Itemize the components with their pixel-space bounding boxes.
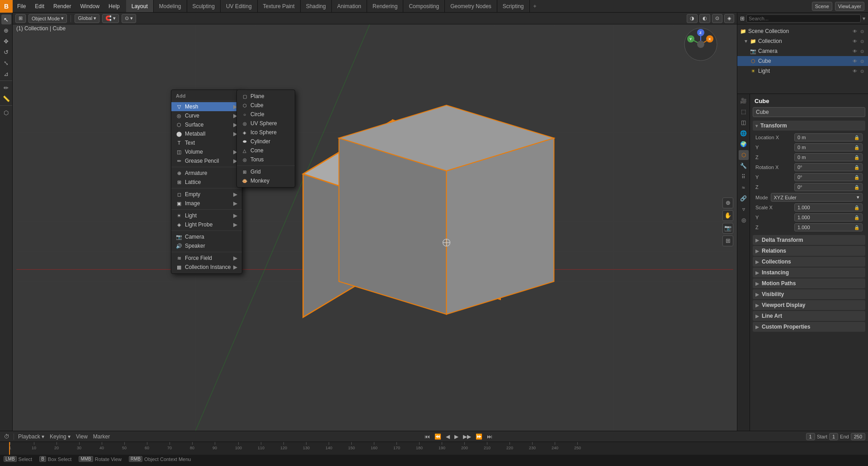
camera-eye-icon[interactable]: 👁	[852, 48, 858, 54]
prop-render[interactable]: 🎥	[739, 96, 749, 106]
outliner-filter-icon[interactable]: ▾	[863, 15, 865, 22]
xray-btn[interactable]: ◈	[724, 14, 734, 23]
mesh-cylinder[interactable]: ⬬ Cylinder	[237, 137, 295, 146]
timeline-ruler[interactable]: 1 10 20 30 40	[0, 442, 868, 455]
menu-armature[interactable]: ⊕ Armature	[171, 169, 242, 178]
jump-end[interactable]: ⏭	[486, 433, 494, 440]
play-btn[interactable]: ▶	[453, 433, 460, 440]
rotation-z-lock[interactable]: 🔒	[854, 185, 859, 190]
tab-texture-paint[interactable]: Texture Paint	[258, 0, 301, 12]
overlay-btn[interactable]: ⊙	[712, 14, 722, 23]
tab-compositing[interactable]: Compositing	[403, 0, 445, 12]
scale-y-lock[interactable]: 🔒	[854, 215, 859, 220]
jump-back[interactable]: ◀	[444, 433, 451, 440]
menu-force-field[interactable]: ≋ Force Field ▶	[171, 254, 242, 263]
prop-output[interactable]: ⬚	[739, 107, 749, 117]
mesh-torus[interactable]: ◎ Torus	[237, 155, 295, 164]
custom-props-header[interactable]: ▶ Custom Properties	[753, 322, 865, 332]
outliner-collection[interactable]: ▾ 📁 Collection 👁 ⊙	[737, 36, 868, 46]
rotate-tool[interactable]: ↺	[1, 47, 11, 57]
transform-tool[interactable]: ⊿	[1, 69, 11, 79]
scale-z-value[interactable]: 1.000 🔒	[794, 223, 863, 231]
editor-type-tl[interactable]: ⏱	[3, 433, 11, 440]
scale-tool[interactable]: ⤡	[1, 58, 11, 68]
cube-eye-icon[interactable]: 👁	[852, 58, 858, 64]
rotation-z-value[interactable]: 0° 🔒	[794, 183, 863, 191]
mesh-monkey[interactable]: 🐵 Monkey	[237, 176, 295, 185]
select-tool[interactable]: ↖	[1, 14, 11, 24]
outliner-scene-collection[interactable]: 📁 Scene Collection 👁 ⊙	[737, 26, 868, 36]
menu-surface[interactable]: ⬡ Surface ▶	[171, 120, 242, 129]
location-z-lock[interactable]: 🔒	[854, 155, 859, 160]
mesh-ico-sphere[interactable]: ◈ Ico Sphere	[237, 128, 295, 137]
rotation-x-lock[interactable]: 🔒	[854, 165, 859, 170]
location-y-value[interactable]: 0 m 🔒	[794, 143, 863, 151]
step-back[interactable]: ⏪	[433, 433, 443, 440]
frame-icon[interactable]: ⊞	[722, 235, 733, 246]
menu-empty[interactable]: ◻ Empty ▶	[171, 190, 242, 199]
mesh-uv-sphere[interactable]: ◎ UV Sphere	[237, 119, 295, 128]
cursor-tool[interactable]: ⊕	[1, 25, 11, 35]
eye-icon[interactable]: 👁	[852, 28, 858, 34]
light-select-icon[interactable]: ⊙	[859, 68, 865, 74]
menu-help[interactable]: Help	[104, 0, 124, 12]
transform-header[interactable]: ▾ Transform	[753, 121, 865, 131]
tab-geometry-nodes[interactable]: Geometry Nodes	[445, 0, 497, 12]
navigation-gizmo[interactable]: X Y Z	[683, 26, 719, 62]
add-workspace-button[interactable]: +	[530, 0, 540, 12]
mesh-plane[interactable]: ▢ Plane	[237, 92, 295, 101]
rotation-x-value[interactable]: 0° 🔒	[794, 163, 863, 171]
menu-speaker[interactable]: 🔊 Speaker	[171, 241, 242, 250]
view-layer-selector[interactable]: ViewLayer	[835, 2, 864, 11]
scale-z-lock[interactable]: 🔒	[854, 225, 859, 230]
scale-y-value[interactable]: 1.000 🔒	[794, 213, 863, 221]
shading-rendered[interactable]: ◐	[699, 14, 710, 23]
relations-header[interactable]: ▶ Relations	[753, 246, 865, 256]
scale-x-lock[interactable]: 🔒	[854, 205, 859, 210]
prop-material[interactable]: ◎	[739, 215, 749, 225]
add-cube-tool[interactable]: ⬡	[1, 108, 11, 118]
zoom-icon[interactable]: ⊕	[722, 198, 733, 208]
location-x-lock[interactable]: 🔒	[854, 135, 859, 140]
marker-btn[interactable]: Marker	[92, 433, 111, 440]
end-frame[interactable]: 250	[851, 433, 865, 440]
menu-mesh[interactable]: ▽ Mesh ▶	[171, 102, 242, 111]
prop-data[interactable]: ▿	[739, 204, 749, 214]
prop-constraints[interactable]: 🔗	[739, 193, 749, 203]
snap-btn[interactable]: 🧲 ▾	[102, 14, 119, 23]
visibility-header[interactable]: ▶ Visibility	[753, 289, 865, 299]
proportional-edit-btn[interactable]: ⊙ ▾	[122, 14, 136, 23]
rotation-y-value[interactable]: 0° 🔒	[794, 173, 863, 181]
playback-btn[interactable]: Playback ▾	[17, 433, 46, 440]
tab-modeling[interactable]: Modeling	[154, 0, 187, 12]
viewport-shading-btn[interactable]: Global ▾	[75, 14, 99, 23]
line-art-header[interactable]: ▶ Line Art	[753, 311, 865, 321]
menu-collection-instance[interactable]: ▦ Collection Instance ▶	[171, 263, 242, 272]
keying-btn[interactable]: Keying ▾	[48, 433, 72, 440]
editor-type-button[interactable]: ⊞	[15, 14, 26, 23]
location-x-value[interactable]: 0 m 🔒	[794, 133, 863, 141]
menu-image[interactable]: ▣ Image ▶	[171, 199, 242, 208]
prop-view-layer[interactable]: ◫	[739, 118, 749, 127]
delta-transform-header[interactable]: ▶ Delta Transform	[753, 235, 865, 245]
mode-selector[interactable]: Object Mode ▾	[28, 14, 67, 23]
outliner-cube[interactable]: ⬡ Cube 👁 ⊙	[737, 56, 868, 66]
scene-selector[interactable]: Scene	[812, 2, 832, 11]
prop-particles[interactable]: ⠿	[739, 172, 749, 182]
cube-select-icon[interactable]: ⊙	[859, 58, 865, 64]
mode-value[interactable]: XYZ Euler ▾	[771, 193, 863, 202]
step-forward[interactable]: ⏩	[474, 433, 484, 440]
mesh-cone[interactable]: △ Cone	[237, 146, 295, 155]
outliner-camera[interactable]: 📷 Camera 👁 ⊙	[737, 46, 868, 56]
instancing-header[interactable]: ▶ Instancing	[753, 268, 865, 278]
menu-grease-pencil[interactable]: ✏ Grease Pencil ▶	[171, 156, 242, 165]
tab-uv-editing[interactable]: UV Editing	[221, 0, 258, 12]
light-eye-icon[interactable]: 👁	[852, 68, 858, 74]
menu-curve[interactable]: ◎ Curve ▶	[171, 111, 242, 120]
menu-lattice[interactable]: ⊞ Lattice	[171, 178, 242, 187]
tab-shading[interactable]: Shading	[301, 0, 332, 12]
prop-scene[interactable]: 🌐	[739, 128, 749, 138]
jump-start[interactable]: ⏮	[423, 433, 431, 440]
rotation-y-lock[interactable]: 🔒	[854, 175, 859, 180]
menu-text[interactable]: T Text	[171, 138, 242, 147]
